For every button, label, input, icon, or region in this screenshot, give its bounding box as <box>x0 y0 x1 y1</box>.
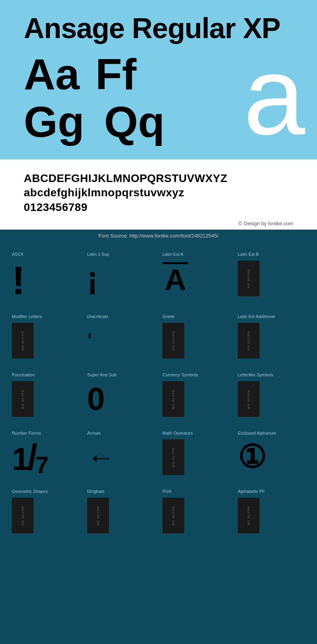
alphabet-section: ABCDEFGHIJKLMNOPQRSTUVWXYZ abcdefghijklm… <box>0 159 317 218</box>
glyph-label: Punctuation <box>12 372 35 377</box>
letter-pair-gg: Gg <box>24 100 84 144</box>
glyph-label: Enclosed Alphanum <box>238 431 276 435</box>
glyph-label: Alphabetic PF <box>238 489 265 494</box>
glyph-label: Super And Sub <box>87 372 116 377</box>
glyph-character: ← <box>87 443 115 471</box>
no-glyph-badge: NO GLYPH <box>12 323 34 358</box>
glyph-cell-diacriticals: Diacriticalsˈ <box>83 308 158 366</box>
glyph-character: 0 <box>87 383 105 415</box>
glyph-label: Dingbats <box>87 489 104 494</box>
a-macron-letter: A <box>164 265 186 295</box>
alphabet-lowercase: abcdefghijklmnopqrstuvwxyz <box>24 186 293 200</box>
no-glyph-badge: NO GLYPH <box>12 381 34 417</box>
glyph-cell-latin-ext-additional: Latin Ext AdditionalNO GLYPH <box>234 308 309 366</box>
glyph-content: NO GLYPH <box>12 323 34 358</box>
glyph-cell-arrows: Arrows← <box>83 425 158 483</box>
glyph-label: ASCII <box>12 252 23 257</box>
font-source-bar: Font Source: http://www.fontke.com/font/… <box>0 230 317 242</box>
glyph-cell-pua: PUANO GLYPH <box>158 483 234 541</box>
glyph-label: Arrows <box>87 431 101 435</box>
a-macron-glyph: A <box>162 262 188 295</box>
glyph-character: ! <box>12 261 25 300</box>
glyph-cell-alphabetic-pf: Alphabetic PFNO GLYPH <box>234 483 309 541</box>
glyph-content: ! <box>12 261 25 300</box>
big-letter-a: a <box>243 48 305 143</box>
glyph-cell-latin-1-sup: Latin 1 Sup¡ <box>83 246 158 308</box>
glyph-content: NO GLYPH <box>162 498 184 533</box>
glyph-label: Currency Symbols <box>162 372 198 377</box>
glyph-content: A <box>162 261 188 296</box>
glyph-character: ① <box>238 441 266 473</box>
glyph-content: NO GLYPH <box>238 323 260 358</box>
no-glyph-badge: NO GLYPH <box>162 498 184 533</box>
letter-pair-aa: Aa <box>24 52 80 96</box>
no-glyph-badge: NO GLYPH <box>238 323 260 358</box>
glyph-label: Number Forms <box>12 431 41 435</box>
glyph-cell-latin-ext-b: Latin Ext BNO GLYPH <box>234 246 309 308</box>
glyph-cell-super-and-sub: Super And Sub0 <box>83 366 158 425</box>
letter-pair-qq: Qq <box>104 100 165 144</box>
glyph-cell-letterlike-symbols: Letterlike SymbolsNO GLYPH <box>234 366 309 425</box>
glyph-content: ① <box>238 439 266 475</box>
glyph-content: NO GLYPH <box>162 381 184 417</box>
glyph-label: Latin Ext A <box>162 252 183 257</box>
fraction-denominator: 7 <box>36 453 49 477</box>
fraction-glyph: 1/7 <box>12 439 49 475</box>
no-glyph-badge: NO GLYPH <box>87 498 109 533</box>
glyph-label: Greek <box>162 314 174 319</box>
glyph-cell-math-operators: Math OperatorsNO GLYPH <box>158 425 234 483</box>
glyph-label: PUA <box>162 489 172 494</box>
glyph-cell-currency-symbols: Currency SymbolsNO GLYPH <box>158 366 234 425</box>
header-section: Ansage Regular XP Aa Ff a Gg Qq <box>0 0 317 159</box>
no-glyph-badge: NO GLYPH <box>238 498 260 533</box>
glyph-content: NO GLYPH <box>12 498 34 533</box>
glyph-content: NO GLYPH <box>12 381 34 417</box>
glyph-character: ¡ <box>87 263 98 294</box>
glyph-content: NO GLYPH <box>238 261 260 296</box>
glyph-content: ˈ <box>87 323 92 358</box>
no-glyph-badge: NO GLYPH <box>162 323 184 358</box>
glyph-label: Latin Ext Additional <box>238 314 275 319</box>
glyph-content: ¡ <box>87 261 98 296</box>
glyph-label: Diacriticals <box>87 314 108 319</box>
glyph-label: Math Operators <box>162 431 193 435</box>
glyph-label: Letterlike Symbols <box>238 372 273 377</box>
glyph-cell-number-forms: Number Forms1/7 <box>8 425 83 483</box>
glyph-content: 0 <box>87 381 105 417</box>
glyph-cell-punctuation: PunctuationNO GLYPH <box>8 366 83 425</box>
no-glyph-badge: NO GLYPH <box>162 439 184 475</box>
font-title: Ansage Regular XP <box>24 12 293 44</box>
no-glyph-badge: NO GLYPH <box>12 498 34 533</box>
glyph-character: ˈ <box>87 333 92 349</box>
glyph-grid: ASCII!Latin 1 Sup¡Latin Ext AALatin Ext … <box>0 242 317 545</box>
glyph-cell-geometric-shapes: Geometric ShapesNO GLYPH <box>8 483 83 541</box>
letter-preview-row1: Aa Ff a <box>24 52 293 96</box>
glyph-cell-modifier-letters: Modifier LettersNO GLYPH <box>8 308 83 366</box>
glyph-cell-dingbats: DingbatsNO GLYPH <box>83 483 158 541</box>
letter-pair-ff: Ff <box>95 52 137 96</box>
glyph-content: ← <box>87 439 115 475</box>
glyph-content: NO GLYPH <box>238 381 260 417</box>
alphabet-digits: 0123456789 <box>24 200 293 215</box>
glyph-cell-latin-ext-a: Latin Ext AA <box>158 246 234 308</box>
glyph-label: Modifier Letters <box>12 314 42 319</box>
glyph-cell-greek: GreekNO GLYPH <box>158 308 234 366</box>
glyph-content: NO GLYPH <box>162 439 184 475</box>
alphabet-uppercase: ABCDEFGHIJKLMNOPQRSTUVWXYZ <box>24 171 293 186</box>
no-glyph-badge: NO GLYPH <box>238 261 260 296</box>
glyph-cell-ascii: ASCII! <box>8 246 83 308</box>
no-glyph-badge: NO GLYPH <box>238 381 260 417</box>
glyph-content: NO GLYPH <box>87 498 109 533</box>
glyph-content: 1/7 <box>12 439 49 475</box>
glyph-label: Geometric Shapes <box>12 489 48 494</box>
fraction-numerator: 1 <box>12 443 30 475</box>
glyph-content: NO GLYPH <box>238 498 260 533</box>
no-glyph-badge: NO GLYPH <box>162 381 184 417</box>
glyph-label: Latin Ext B <box>238 252 259 257</box>
glyph-content: NO GLYPH <box>162 323 184 358</box>
glyph-label: Latin 1 Sup <box>87 252 109 257</box>
copyright: © Design by fontke.com <box>0 218 317 230</box>
glyph-cell-enclosed-alphanum: Enclosed Alphanum① <box>234 425 309 483</box>
